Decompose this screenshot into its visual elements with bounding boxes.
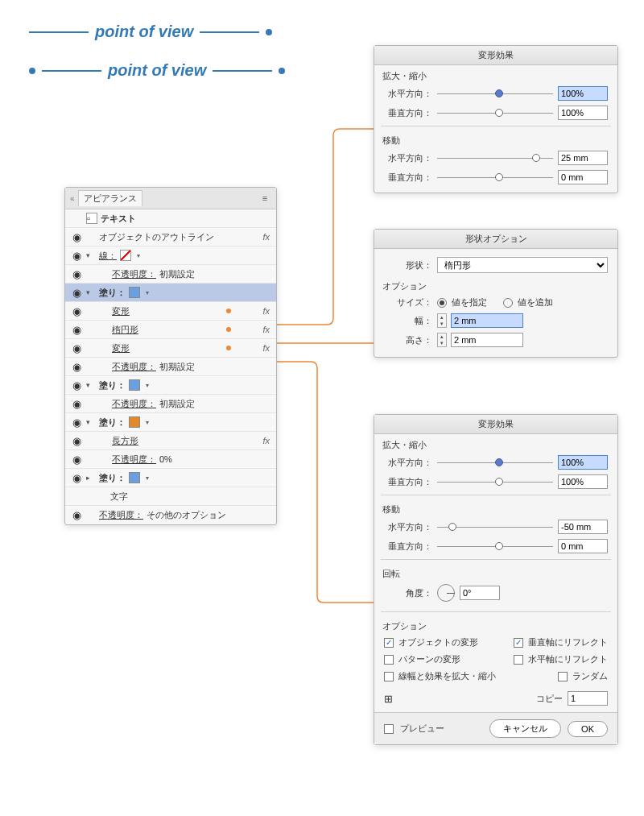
fx-icon[interactable]: fx: [262, 436, 271, 445]
height-input[interactable]: [451, 333, 523, 347]
panel-tabbar: « アピアランス ≡: [65, 188, 276, 209]
height-stepper[interactable]: ▴▾: [437, 333, 447, 347]
move-h-input[interactable]: [558, 520, 608, 534]
row-fill-2[interactable]: ◉ ▾ 塗り： ▾: [65, 376, 276, 395]
dialog-title: 変形効果: [374, 415, 617, 434]
chk-preview[interactable]: [384, 724, 394, 734]
fill-swatch-1[interactable]: [129, 287, 140, 298]
fx-icon[interactable]: fx: [262, 232, 271, 242]
size-radio-specify[interactable]: [437, 298, 447, 308]
shape-options-dialog: 形状オプション 形状： 楕円形 オプション サイズ： 値を指定 値を追加 幅： …: [374, 229, 618, 358]
section-move: 移動: [374, 499, 617, 517]
fx-icon[interactable]: fx: [262, 343, 271, 353]
width-stepper[interactable]: ▴▾: [437, 313, 447, 328]
scale-h-input[interactable]: [558, 86, 608, 101]
section-scale: 拡大・縮小: [374, 65, 617, 84]
dialog-title: 形状オプション: [374, 230, 617, 249]
row-ellipse[interactable]: ◉ 楕円形 fx: [65, 321, 276, 339]
row-fill-3[interactable]: ◉ ▾ 塗り： ▾: [65, 413, 276, 432]
ok-button[interactable]: OK: [568, 721, 608, 737]
scale-v-slider[interactable]: [437, 107, 553, 118]
scale-v-input[interactable]: [558, 106, 608, 120]
pov-example-1: point of view: [29, 23, 272, 41]
appearance-panel: « アピアランス ≡ ▫ テキスト ◉ オブジェクトのアウトライン fx ◉ ▾…: [64, 187, 277, 525]
row-stroke[interactable]: ◉ ▾ 線： ▾: [65, 246, 276, 265]
panel-menu-icon[interactable]: ≡: [258, 193, 271, 203]
section-move: 移動: [374, 130, 617, 148]
scale-v-slider[interactable]: [437, 476, 553, 487]
fx-icon[interactable]: fx: [262, 306, 271, 316]
chk-random[interactable]: [558, 672, 568, 681]
stroke-swatch[interactable]: [120, 250, 131, 261]
section-rotate: 回転: [374, 563, 617, 582]
copy-input[interactable]: [568, 691, 608, 706]
row-opacity-3[interactable]: ◉ 不透明度： 初期設定: [65, 395, 276, 413]
row-opacity-1[interactable]: ◉ 不透明度： 初期設定: [65, 265, 276, 284]
row-transform-2[interactable]: ◉ 変形 fx: [65, 339, 276, 358]
appearance-tab[interactable]: アピアランス: [78, 190, 142, 206]
pov-text: point of view: [95, 23, 193, 41]
angle-dial[interactable]: [437, 584, 455, 602]
fill-swatch-2[interactable]: [129, 379, 140, 391]
pov-text: point of view: [108, 61, 206, 80]
row-opacity-2[interactable]: ◉ 不透明度： 初期設定: [65, 358, 276, 376]
move-h-slider[interactable]: [437, 521, 553, 532]
target-swatch: ▫: [86, 213, 97, 224]
chk-scale-strokes[interactable]: [384, 672, 394, 681]
collapse-icon[interactable]: «: [70, 194, 75, 203]
origin-icon[interactable]: ⊞: [384, 693, 398, 705]
fx-icon[interactable]: fx: [262, 325, 271, 334]
move-h-input[interactable]: [558, 151, 608, 165]
move-v-input[interactable]: [558, 539, 608, 553]
row-fill-4[interactable]: ◉ ▸ 塗り： ▾: [65, 469, 276, 487]
fill-swatch-4[interactable]: [129, 472, 140, 483]
size-radio-add[interactable]: [503, 298, 513, 308]
angle-input[interactable]: [460, 586, 500, 600]
row-text[interactable]: ▫ テキスト: [65, 209, 276, 228]
row-fill-1[interactable]: ◉ ▾ 塗り： ▾: [65, 284, 276, 302]
transform-effect-dialog-1: 変形効果 拡大・縮小 水平方向： 垂直方向： 移動 水平方向： 垂直方向：: [374, 45, 618, 193]
row-transform-1[interactable]: ◉ 変形 fx: [65, 302, 276, 321]
chk-transform-pattern[interactable]: [384, 655, 394, 665]
width-input[interactable]: [451, 313, 523, 328]
chk-reflect-v[interactable]: ✓: [514, 638, 523, 648]
chk-transform-obj[interactable]: ✓: [384, 638, 394, 648]
row-rect[interactable]: ◉ 長方形 fx: [65, 432, 276, 450]
move-h-slider[interactable]: [437, 152, 553, 164]
row-opacity-4[interactable]: ◉ 不透明度： 0%: [65, 450, 276, 469]
move-v-slider[interactable]: [437, 172, 553, 183]
section-options: オプション: [374, 615, 617, 634]
pov-example-2: point of view: [29, 61, 285, 80]
dialog-title: 変形効果: [374, 46, 617, 65]
scale-h-slider[interactable]: [437, 457, 553, 468]
section-scale: 拡大・縮小: [374, 434, 617, 453]
section-options: オプション: [374, 275, 617, 294]
cancel-button[interactable]: キャンセル: [489, 719, 561, 738]
scale-v-input[interactable]: [558, 474, 608, 489]
row-outline[interactable]: ◉ オブジェクトのアウトライン fx: [65, 228, 276, 246]
shape-select[interactable]: 楕円形: [437, 257, 608, 273]
scale-h-input[interactable]: [558, 455, 608, 470]
chk-reflect-h[interactable]: [514, 655, 523, 665]
transform-effect-dialog-2: 変形効果 拡大・縮小 水平方向： 垂直方向： 移動 水平方向： 垂直方向： 回転…: [374, 414, 618, 745]
row-char[interactable]: 文字: [65, 487, 276, 506]
scale-h-slider[interactable]: [437, 88, 553, 99]
move-v-slider[interactable]: [437, 541, 553, 552]
move-v-input[interactable]: [558, 170, 608, 184]
row-other[interactable]: ◉ 不透明度： その他のオプション: [65, 506, 276, 524]
fill-swatch-3[interactable]: [129, 416, 140, 428]
